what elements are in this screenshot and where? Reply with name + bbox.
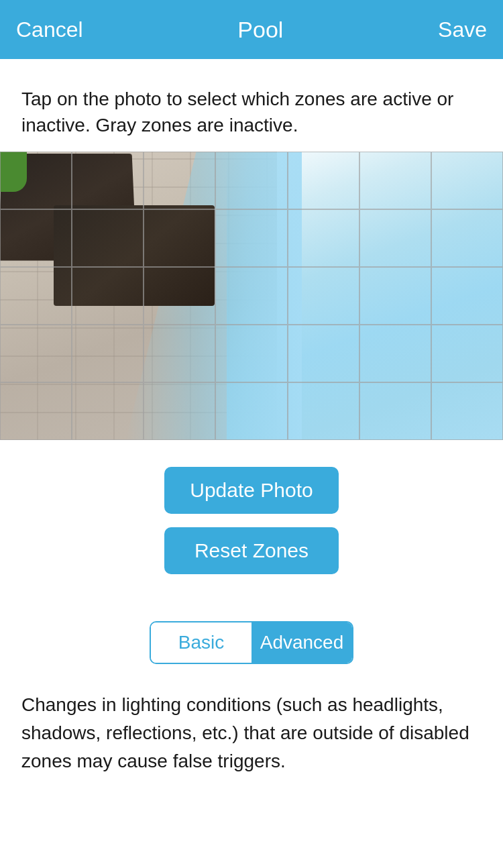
action-buttons: Update Photo Reset Zones: [0, 440, 503, 608]
zone-cell[interactable]: [359, 267, 431, 325]
photo-grid-container[interactable]: [0, 152, 503, 440]
zone-cell[interactable]: [288, 209, 359, 267]
cancel-button[interactable]: Cancel: [16, 17, 83, 42]
zone-cell[interactable]: [144, 267, 215, 325]
zone-cell[interactable]: [0, 382, 72, 440]
zone-cell[interactable]: [72, 382, 144, 440]
zone-cell[interactable]: [72, 152, 144, 209]
zone-cell[interactable]: [359, 325, 431, 382]
zone-cell[interactable]: [431, 209, 503, 267]
zone-cell[interactable]: [0, 267, 72, 325]
advanced-tab[interactable]: Advanced: [252, 622, 352, 663]
zone-cell[interactable]: [215, 267, 287, 325]
zone-cell[interactable]: [0, 209, 72, 267]
zone-grid[interactable]: [0, 152, 503, 440]
update-photo-button[interactable]: Update Photo: [164, 467, 339, 514]
zone-cell[interactable]: [72, 267, 144, 325]
zone-cell[interactable]: [144, 152, 215, 209]
zone-cell[interactable]: [72, 209, 144, 267]
zone-cell[interactable]: [431, 267, 503, 325]
zone-cell[interactable]: [144, 382, 215, 440]
zone-cell[interactable]: [72, 325, 144, 382]
zone-cell[interactable]: [215, 382, 287, 440]
zone-cell[interactable]: [215, 325, 287, 382]
zone-cell[interactable]: [288, 152, 359, 209]
mode-toggle: Basic Advanced: [0, 608, 503, 684]
zone-cell[interactable]: [288, 382, 359, 440]
zone-cell[interactable]: [0, 152, 72, 209]
zone-cell[interactable]: [215, 152, 287, 209]
instruction-text: Tap on the photo to select which zones a…: [0, 59, 503, 152]
zone-cell[interactable]: [144, 325, 215, 382]
zone-cell[interactable]: [0, 325, 72, 382]
page-title: Pool: [237, 17, 283, 43]
zone-cell[interactable]: [359, 152, 431, 209]
zone-cell[interactable]: [431, 325, 503, 382]
description-text: Changes in lighting conditions (such as …: [0, 684, 503, 802]
zone-cell[interactable]: [359, 209, 431, 267]
toggle-group: Basic Advanced: [150, 621, 353, 664]
basic-tab[interactable]: Basic: [151, 622, 252, 663]
zone-cell[interactable]: [431, 382, 503, 440]
zone-cell[interactable]: [144, 209, 215, 267]
zone-cell[interactable]: [359, 382, 431, 440]
zone-cell[interactable]: [215, 209, 287, 267]
save-button[interactable]: Save: [438, 17, 487, 42]
app-header: Cancel Pool Save: [0, 0, 503, 59]
zone-cell[interactable]: [288, 325, 359, 382]
reset-zones-button[interactable]: Reset Zones: [164, 527, 339, 574]
zone-cell[interactable]: [288, 267, 359, 325]
zone-cell[interactable]: [431, 152, 503, 209]
